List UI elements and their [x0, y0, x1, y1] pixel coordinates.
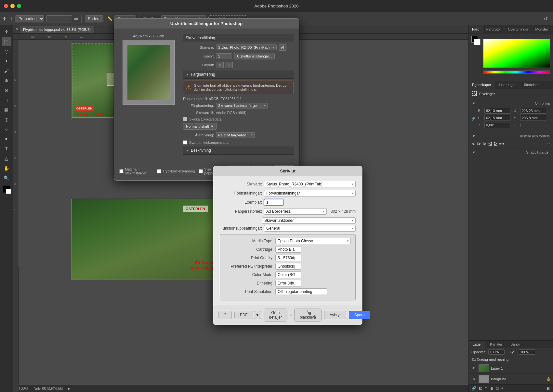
pdf-dropdown-btn[interactable]: ▼ — [254, 311, 261, 319]
angle-input[interactable]: 0,00° — [484, 122, 510, 128]
quick-actions-section[interactable]: ▼ Snabbåtgärder — [469, 148, 553, 156]
crop-tool[interactable]: ⬚ — [2, 37, 11, 46]
layer-eye-icon-bg[interactable]: 👁 — [471, 376, 477, 382]
delete-layer-icon[interactable]: 🗑 — [546, 386, 550, 391]
path-tool[interactable]: △ — [2, 154, 11, 163]
print-settings-btn[interactable]: Utskriftsinställningar... — [234, 53, 275, 59]
tab-fargrutor[interactable]: Färgrutor — [483, 25, 505, 33]
pdf-button[interactable]: PDF — [234, 311, 253, 319]
ink-button[interactable]: Låg bläcknivå — [294, 309, 322, 322]
paper-select[interactable]: A3 Borderless — [264, 208, 327, 215]
dodge-tool[interactable]: ○ — [2, 125, 11, 134]
tab-handelser[interactable]: Händelser — [519, 81, 542, 89]
select-tool-icon[interactable]: ⊹ — [10, 17, 13, 21]
close-tab-icon[interactable]: ✕ — [16, 27, 19, 32]
blur-tool[interactable]: ◎ — [2, 115, 11, 124]
presets-select[interactable]: Förvalsinställningar — [264, 190, 356, 196]
hide-details-button[interactable]: Göm detaljer — [264, 309, 287, 322]
ps-select[interactable]: Ghostscript — [275, 263, 301, 270]
color-management-header[interactable]: ▼ Färghantering — [183, 70, 294, 79]
close-button[interactable] — [4, 4, 8, 8]
background-color[interactable] — [6, 189, 11, 194]
justify-section[interactable]: ▼ Justera och fördela — [469, 132, 553, 139]
swap-icon[interactable]: ⇄ — [74, 16, 78, 21]
transform-section[interactable]: ▼ Omforma — [469, 99, 553, 107]
tryckbarhets-label[interactable]: Tryckbarhetsvarning — [157, 167, 195, 175]
pen-tool[interactable]: ✒ — [2, 134, 11, 144]
printer-select[interactable]: Stylus_Photo_R2400_(PrintFab) — [216, 44, 277, 50]
tab-banor[interactable]: Banor — [507, 341, 524, 348]
eraser-tool[interactable]: ◻ — [2, 95, 11, 105]
send16bit-checkbox[interactable] — [183, 117, 187, 121]
color-mode-select[interactable]: Color (RGB) — [275, 272, 301, 278]
refresh-icon[interactable]: ↺ — [544, 16, 548, 21]
align-center-h-icon[interactable]: ⊳ — [477, 141, 481, 147]
zoom-tool[interactable]: 🔍 — [2, 173, 11, 183]
quality-select[interactable]: 5 - 5760dpi — [275, 255, 301, 261]
black-comp-checkbox[interactable] — [183, 140, 187, 145]
canvas-photo-bottom[interactable]: ÖSTERLEN Ett företagmed resning — [72, 199, 218, 280]
dithering-select[interactable]: Error Diffusion — [275, 280, 301, 286]
tab-justeringar[interactable]: Justeringar — [495, 81, 519, 89]
dialog-cancel-button[interactable]: Avbryt — [324, 311, 346, 319]
exemplar-input[interactable] — [264, 199, 283, 206]
media-type-select[interactable]: Epson Photo Glossy — [275, 238, 351, 244]
new-layer-icon[interactable]: + — [501, 386, 504, 391]
heal-tool[interactable]: ⊗ — [2, 86, 11, 95]
b-input[interactable]: 82,13 mm — [484, 108, 510, 114]
tab-egenskaper[interactable]: Egenskaper — [469, 81, 495, 89]
document-tab[interactable]: Flygbild med logga.psd vid 33.3% (RGB/8) — [20, 26, 94, 33]
mask-icon[interactable]: ◻ — [484, 386, 488, 391]
feature-sets-select[interactable]: General — [264, 225, 356, 232]
cartridge-select[interactable]: Photo Black — [275, 246, 301, 253]
layout-portrait[interactable]: ▯ — [216, 62, 224, 68]
stamp-tool[interactable]: ⊕ — [2, 76, 11, 85]
move-tool-icon[interactable]: ✛ — [3, 16, 7, 21]
simulation-select[interactable]: Off - regular printing — [275, 288, 327, 295]
tab-farg[interactable]: Färg — [469, 25, 483, 33]
layer-eye-icon[interactable]: 👁 — [471, 366, 477, 371]
group-layers-icon[interactable]: □ — [496, 386, 498, 391]
tryckbarhets-checkbox[interactable] — [157, 169, 161, 173]
adjustment-icon[interactable]: ⊕ — [490, 386, 494, 391]
tab-kanaler[interactable]: Kanaler — [486, 341, 507, 348]
radera-button[interactable]: Radera — [85, 15, 103, 22]
hand-tool[interactable]: ✋ — [2, 164, 11, 173]
align-center-v-icon[interactable]: ⊵ — [494, 141, 498, 147]
fx-icon[interactable]: fx — [479, 386, 482, 391]
h-input[interactable]: 62,15 mm — [484, 115, 510, 121]
match-colors-label[interactable]: Matcha utskriftsfärger — [119, 167, 153, 175]
flip-v-icon[interactable]: ↕ — [520, 123, 522, 127]
layout-landscape[interactable]: ▭ — [225, 62, 233, 68]
proportion-select[interactable]: Proportion — [15, 15, 44, 22]
flip-h-icon[interactable]: ↔ — [514, 123, 517, 127]
magic-wand-tool[interactable]: ✦ — [2, 57, 11, 66]
link-layers-icon[interactable]: 🔗 — [471, 386, 476, 391]
color-handling-select[interactable]: Skrivaren hanterar färger — [216, 103, 268, 108]
move-tool[interactable]: ✛ — [2, 27, 11, 36]
printer-settings-icon-btn[interactable]: 🖨 — [279, 44, 286, 51]
minimize-button[interactable] — [10, 4, 15, 8]
printer-features-select[interactable]: Skrivarfunktioner — [262, 217, 356, 224]
skrivare-select[interactable]: Stylus_Photo_R2400_(PrintFab) — [264, 181, 356, 187]
maximize-button[interactable] — [17, 4, 21, 8]
lasso-tool[interactable]: ◌ — [2, 47, 11, 56]
visa-papper-checkbox[interactable] — [199, 169, 203, 173]
text-tool[interactable]: T — [2, 144, 11, 153]
traffic-lights[interactable] — [4, 4, 21, 8]
gradient-tool[interactable]: ▦ — [2, 105, 11, 114]
align-bottom-icon[interactable]: ⊶ — [499, 141, 504, 147]
align-left-icon[interactable]: ⊲ — [471, 141, 476, 147]
layer-item-lager1[interactable]: 👁 Lager 1 — [469, 363, 553, 374]
background-swatch[interactable] — [474, 39, 481, 45]
tab-monster[interactable]: Mönster — [532, 25, 552, 33]
match-colors-checkbox[interactable] — [119, 169, 124, 173]
align-right-icon[interactable]: ⊳ — [482, 141, 487, 147]
more-options-icon[interactable]: ⋯ — [545, 141, 550, 147]
status-arrow[interactable]: ▶ — [68, 387, 71, 390]
description-header[interactable]: ▼ Beskrivning — [183, 146, 294, 155]
opacity-input[interactable] — [488, 349, 505, 355]
color-gradient[interactable] — [483, 36, 550, 76]
layer-item-bakgrund[interactable]: 👁 Bakgrund 🔒 — [469, 374, 553, 385]
rendering-select[interactable]: Relativt färgvärde — [216, 132, 255, 138]
